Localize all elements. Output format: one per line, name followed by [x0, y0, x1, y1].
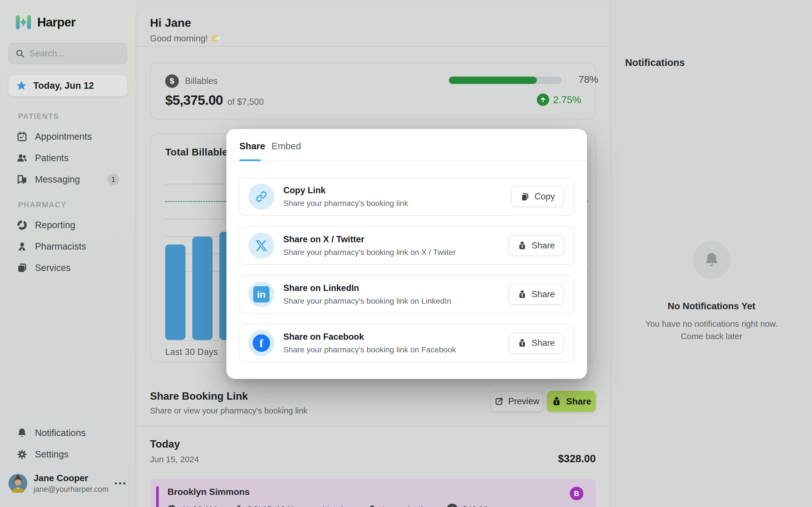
share-label: Share — [566, 396, 591, 407]
user-email: jane@yourharper.com — [34, 485, 109, 494]
preview-label: Preview — [508, 396, 539, 406]
appointment-service: COVID-19 Novavax Vaccine — [246, 504, 352, 507]
empty-state-title: No Notifications Yet — [610, 301, 812, 312]
search-icon — [15, 49, 25, 58]
page-greeting: Hi Jane — [150, 16, 191, 30]
nav-label: Messaging — [35, 174, 80, 185]
sidebar-item-reporting[interactable]: Reporting — [8, 215, 127, 235]
share-icon — [517, 338, 527, 348]
bell-icon — [16, 427, 28, 439]
up-arrow-icon — [537, 94, 549, 106]
copy-icon — [520, 191, 530, 202]
share-x-button[interactable]: Share — [508, 235, 564, 256]
active-tab-underline — [239, 159, 261, 161]
share-icon — [552, 396, 562, 406]
sidebar-item-today[interactable]: Today, Jun 12 — [8, 75, 127, 96]
dollar-icon: $ — [165, 74, 179, 88]
notifications-title: Notifications — [625, 57, 685, 68]
appointment-patient-name: Brooklyn Simmons — [167, 487, 250, 497]
empty-state-text: You have no notifications right now. Com… — [610, 318, 812, 342]
sidebar-item-patients[interactable]: Patients — [8, 148, 127, 168]
calendar-icon — [16, 131, 28, 142]
section-label-pharmacy: PHARMACY — [18, 201, 66, 209]
share-x-row: Share on X / Twitter Share your pharmacy… — [239, 226, 574, 265]
share-button-label: Share — [531, 240, 555, 251]
billables-amount: $5,375.00 — [165, 93, 223, 108]
share-button[interactable]: Share — [547, 391, 596, 412]
today-total: $328.00 — [511, 453, 596, 465]
appointment-category: Immunization — [382, 504, 432, 507]
messaging-badge: 1 — [107, 173, 119, 185]
x-twitter-icon — [248, 233, 274, 259]
layers-icon — [367, 504, 377, 507]
nav-label: Reporting — [35, 220, 75, 230]
share-facebook-button[interactable]: Share — [508, 333, 564, 353]
row-title: Share on Facebook — [283, 332, 456, 342]
tab-embed[interactable]: Embed — [271, 141, 301, 152]
clock-icon — [166, 504, 177, 507]
share-booking-title: Share Booking Link — [150, 390, 248, 402]
linkedin-icon: in — [248, 281, 274, 307]
sidebar-item-messaging[interactable]: Messaging 1 — [8, 169, 127, 190]
today-title: Today — [150, 438, 180, 450]
nav-label: Services — [35, 263, 71, 273]
empty-line-1: You have no notifications right now. — [645, 319, 777, 328]
billables-progress-fill — [449, 76, 537, 84]
billables-progress-bar — [449, 76, 562, 84]
sidebar-item-pharmacists[interactable]: Pharmacists — [8, 236, 127, 257]
sidebar-item-notifications[interactable]: Notifications — [8, 422, 127, 443]
share-linkedin-row: in Share on LinkedIn Share your pharmacy… — [239, 275, 574, 314]
billables-label: Billables — [185, 76, 217, 86]
appointment-accent-bar — [156, 486, 159, 507]
more-options-icon[interactable] — [115, 482, 127, 485]
copy-link-row: Copy Link Share your pharmacy's booking … — [239, 177, 574, 216]
appointment-card[interactable]: Brooklyn Simmons 11:00 AM COVID-19 Novav… — [150, 479, 596, 507]
nav-label: Appointments — [35, 131, 92, 142]
notifications-panel: Notifications No Notifications Yet You h… — [610, 0, 812, 507]
services-icon — [16, 262, 28, 274]
billables-of: of $7,500 — [227, 97, 264, 107]
users-icon — [16, 152, 28, 164]
copy-button[interactable]: Copy — [511, 186, 564, 207]
user-profile[interactable]: Jane Cooper jane@yourharper.com — [8, 469, 127, 497]
search-box[interactable] — [8, 43, 127, 64]
app-title: Harper — [37, 15, 75, 29]
bell-icon — [703, 251, 720, 269]
appointment-price: $49.99 — [462, 504, 488, 507]
preview-button[interactable]: Preview — [491, 391, 543, 412]
harper-logo-icon — [15, 13, 32, 31]
share-icon — [517, 241, 527, 250]
external-link-icon — [494, 397, 504, 406]
sidebar: Harper Today, Jun 12 PATIENTS Appointmen… — [0, 0, 136, 507]
chart-title: Total Billables — [165, 147, 234, 158]
share-icon — [517, 290, 527, 299]
nav-label: Patients — [35, 153, 68, 163]
tab-share[interactable]: Share — [239, 141, 265, 152]
syringe-icon — [231, 504, 242, 507]
sidebar-item-services[interactable]: Services — [8, 258, 127, 278]
row-subtitle: Share your pharmacy's booking link — [283, 199, 408, 208]
share-button-label: Share — [531, 338, 555, 348]
today-date: Jun 15, 2024 — [150, 455, 199, 464]
section-divider — [136, 426, 610, 427]
row-subtitle: Share your pharmacy's booking link on Fa… — [283, 345, 456, 354]
search-input[interactable] — [29, 48, 114, 59]
share-modal: Share Embed Copy Link Share your pharmac… — [226, 129, 587, 379]
facebook-icon: f — [248, 330, 274, 356]
row-title: Share on X / Twitter — [283, 234, 456, 244]
row-title: Copy Link — [283, 185, 408, 195]
chart-caption: Last 30 Days — [165, 347, 218, 357]
empty-line-2: Come back later — [680, 332, 742, 341]
sidebar-item-appointments[interactable]: Appointments — [8, 126, 127, 147]
empty-bell-badge — [693, 241, 730, 279]
donut-chart-icon — [16, 219, 28, 231]
link-icon — [248, 184, 274, 210]
share-linkedin-button[interactable]: Share — [508, 284, 564, 305]
avatar — [8, 473, 28, 494]
billables-percent: 78% — [567, 74, 598, 85]
sidebar-item-settings[interactable]: Settings — [8, 444, 127, 465]
modal-divider — [226, 161, 587, 161]
row-subtitle: Share your pharmacy's booking link on Li… — [283, 297, 451, 305]
page-subtitle: Good morning! 🌤️ — [150, 33, 221, 44]
user-name: Jane Cooper — [34, 473, 109, 483]
